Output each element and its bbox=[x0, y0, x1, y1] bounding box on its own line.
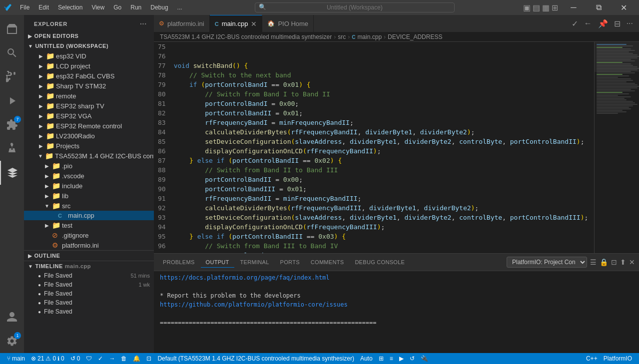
section-timeline[interactable]: ▼ TIMELINE main.cpp bbox=[24, 261, 154, 271]
more-actions-tab[interactable]: ··· bbox=[625, 18, 635, 29]
status-eq[interactable]: ≡ bbox=[387, 353, 396, 364]
tab-close-main-cpp[interactable]: ✕ bbox=[251, 20, 257, 28]
tree-item-sharp[interactable]: ▶ 📁 Sharp TV STM32 bbox=[24, 81, 154, 91]
status-check[interactable]: ✓ bbox=[95, 353, 106, 364]
panel-tab-problems[interactable]: PROBLEMS bbox=[158, 257, 200, 268]
bc-part-2[interactable]: C main.cpp bbox=[352, 33, 382, 40]
activity-extensions[interactable]: 7 bbox=[0, 113, 24, 137]
panel-tab-comments[interactable]: COMMENTS bbox=[306, 257, 349, 268]
status-device-profile[interactable]: Default (TSA5523M 1.4 GHZ I2C-BUS contro… bbox=[154, 353, 357, 364]
tree-item-esp32sharp[interactable]: ▶ 📁 ESP32 sharp TV bbox=[24, 101, 154, 111]
tabs-bar: ⚙ platformio.ini C main.cpp ✕ 🏠 PIO Home… bbox=[154, 15, 639, 32]
tree-item-include[interactable]: ▶ 📁 include bbox=[24, 181, 154, 191]
status-plug[interactable]: 🔌 bbox=[418, 353, 431, 364]
tree-item-test[interactable]: ▶ 📁 test bbox=[24, 220, 154, 230]
output-selector[interactable]: PlatformIO: Project Con bbox=[507, 257, 587, 268]
pin-icon-tab[interactable]: 📌 bbox=[596, 18, 610, 29]
bc-part-0[interactable]: TSA5523M 1.4 GHZ I2C-BUS controoled mult… bbox=[160, 33, 332, 40]
tree-item-lcd[interactable]: ▶ 📁 LCD project bbox=[24, 61, 154, 71]
status-shield[interactable]: 🛡 bbox=[83, 353, 95, 364]
tab-platformio-ini[interactable]: ⚙ platformio.ini bbox=[154, 15, 210, 32]
toggle-sidebar-icon[interactable]: ▣ bbox=[523, 3, 531, 12]
panel-clear-icon[interactable]: ⊡ bbox=[611, 258, 617, 266]
panel-tab-output[interactable]: OUTPUT bbox=[201, 257, 234, 268]
panel-close-icon[interactable]: ✕ bbox=[629, 258, 635, 266]
activity-account[interactable] bbox=[0, 305, 24, 329]
status-forward[interactable]: → bbox=[106, 353, 118, 364]
code-content[interactable]: void switchBand() { // Switch to the nex… bbox=[170, 42, 594, 253]
activity-explorer[interactable] bbox=[0, 17, 24, 41]
toggle-panel-icon[interactable]: ▤ bbox=[533, 3, 540, 12]
status-bell[interactable]: 🔔 bbox=[130, 353, 143, 364]
section-outline[interactable]: ▶ OUTLINE bbox=[24, 251, 154, 261]
code-scroll[interactable]: 75 76 77 78 79 80 81 82 83 84 85 86 bbox=[154, 42, 594, 253]
panel-list-icon[interactable]: ☰ bbox=[590, 258, 597, 266]
tree-item-tsa[interactable]: ▼ 📁 TSA5523M 1.4 GHZ I2C-BUS contr... bbox=[24, 151, 154, 161]
check-icon-tab[interactable]: ✓ bbox=[570, 18, 580, 29]
search-input[interactable] bbox=[255, 2, 455, 12]
close-button[interactable]: ✕ bbox=[612, 0, 635, 15]
status-sync[interactable]: ↺ 0 bbox=[67, 353, 83, 364]
activity-run-debug[interactable] bbox=[0, 89, 24, 113]
timeline-item-1: ● File Saved 1 wk bbox=[24, 280, 154, 289]
tree-item-platformio-ini[interactable]: ⚙ platformio.ini bbox=[24, 240, 154, 250]
panel-tab-ports[interactable]: PORTS bbox=[275, 257, 305, 268]
status-errors[interactable]: ⊗ 21 ⚠ 0 ℹ 0 bbox=[28, 353, 67, 364]
activity-source-control[interactable] bbox=[0, 65, 24, 89]
status-port[interactable]: ⊡ bbox=[143, 353, 154, 364]
status-lang[interactable]: C++ bbox=[583, 353, 601, 364]
menu-go[interactable]: Go bbox=[109, 3, 125, 12]
bc-part-3[interactable]: DEVICE_ADDRESS bbox=[388, 33, 442, 40]
menu-selection[interactable]: Selection bbox=[54, 3, 86, 12]
tree-item-fabgl[interactable]: ▶ 📁 esp32 FabGL CVBS bbox=[24, 71, 154, 81]
section-workspace[interactable]: ▼ UNTITLED (WORKSPACE) bbox=[24, 41, 154, 51]
minimize-button[interactable]: ─ bbox=[562, 0, 585, 15]
tree-item-esp32vid[interactable]: ▶ 📁 esp32 VID bbox=[24, 51, 154, 61]
activity-search[interactable] bbox=[0, 41, 24, 65]
status-platformio[interactable]: PlatformIO bbox=[601, 353, 635, 364]
activity-settings[interactable]: 1 bbox=[0, 329, 24, 353]
status-refresh[interactable]: ↺ bbox=[407, 353, 418, 364]
status-delete[interactable]: 🗑 bbox=[118, 353, 130, 364]
panel-lock-icon[interactable]: 🔒 bbox=[600, 258, 608, 266]
tree-item-main-cpp[interactable]: C main.cpp bbox=[24, 211, 154, 220]
tree-item-projects[interactable]: ▶ 📁 Projects bbox=[24, 141, 154, 151]
bc-part-1[interactable]: src bbox=[338, 33, 346, 40]
status-run[interactable]: ▶ bbox=[396, 353, 407, 364]
section-open-editors[interactable]: ▶ OPEN EDITORS bbox=[24, 31, 154, 41]
restore-button[interactable]: ⧉ bbox=[587, 0, 610, 15]
panel-maximize-icon[interactable]: ⬆ bbox=[620, 258, 626, 266]
activity-test[interactable] bbox=[0, 137, 24, 161]
tree-item-remote[interactable]: ▶ 📁 remote bbox=[24, 91, 154, 101]
tree-item-src[interactable]: ▼ 📁 src bbox=[24, 201, 154, 211]
toggle-panel-right-icon[interactable]: ▦ bbox=[542, 3, 550, 12]
menu-edit[interactable]: Edit bbox=[34, 3, 53, 12]
tree-item-esp32vga[interactable]: ▶ 📁 ESP32 VGA bbox=[24, 111, 154, 121]
menu-file[interactable]: File bbox=[16, 3, 33, 12]
status-git-branch[interactable]: ⑂ main bbox=[4, 353, 28, 364]
tree-item-pio[interactable]: ▶ 📁 .pio bbox=[24, 161, 154, 171]
tab-main-cpp[interactable]: C main.cpp ✕ bbox=[210, 15, 263, 32]
panel-link-0[interactable]: https://docs.platformio.org/page/faq/ind… bbox=[160, 274, 330, 281]
status-grid[interactable]: ⊞ bbox=[376, 353, 387, 364]
code-editor[interactable]: 75 76 77 78 79 80 81 82 83 84 85 86 bbox=[154, 42, 594, 253]
sidebar-menu-button[interactable]: ··· bbox=[139, 19, 148, 29]
customize-layout-icon[interactable]: ⊞ bbox=[552, 3, 558, 12]
panel-link-1[interactable]: https://github.com/platformio/platformio… bbox=[160, 301, 348, 308]
tree-item-gitignore[interactable]: ⊘ .gitignore bbox=[24, 230, 154, 240]
menu-more[interactable]: ... bbox=[173, 3, 186, 12]
panel-tab-terminal[interactable]: TERMINAL bbox=[235, 257, 274, 268]
menu-view[interactable]: View bbox=[87, 3, 108, 12]
menu-run[interactable]: Run bbox=[126, 3, 145, 12]
activity-platformio[interactable] bbox=[0, 161, 24, 185]
split-editor-icon[interactable]: ⊟ bbox=[612, 18, 623, 29]
panel-tab-debug[interactable]: DEBUG CONSOLE bbox=[350, 257, 410, 268]
status-auto[interactable]: Auto bbox=[357, 353, 376, 364]
tree-item-lib[interactable]: ▶ 📁 lib bbox=[24, 191, 154, 201]
tree-item-vscode[interactable]: ▶ 📁 .vscode bbox=[24, 171, 154, 181]
tree-item-lv2300[interactable]: ▶ 📁 LV2300Radio bbox=[24, 131, 154, 141]
menu-debug[interactable]: Debug bbox=[146, 3, 172, 12]
tree-item-esp32remote[interactable]: ▶ 📁 ESP32 Remote control bbox=[24, 121, 154, 131]
nav-back-icon-tab[interactable]: ← bbox=[582, 18, 594, 29]
tab-pio-home[interactable]: 🏠 PIO Home bbox=[262, 15, 314, 32]
